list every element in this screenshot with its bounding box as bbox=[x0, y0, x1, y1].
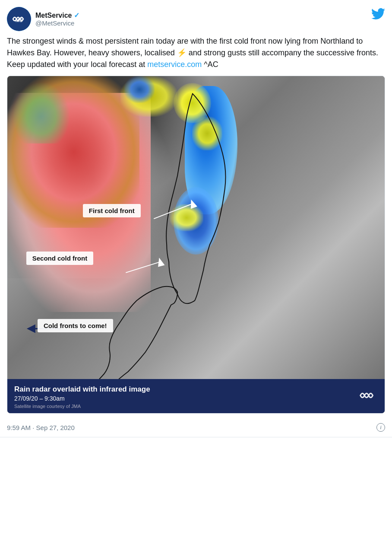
cold-fronts-coming-label: Cold fronts to come! bbox=[38, 319, 113, 332]
caption-text: Rain radar overlaid with infrared image … bbox=[14, 385, 150, 409]
metservice-link[interactable]: metservice.com bbox=[147, 60, 202, 69]
avatar[interactable]: MS bbox=[7, 7, 31, 31]
tweet-header: MS MetService ✓ @MetService bbox=[7, 7, 385, 31]
caption-title: Rain radar overlaid with infrared image bbox=[14, 385, 150, 394]
metservice-logo-caption bbox=[357, 385, 378, 409]
tweet-container: MS MetService ✓ @MetService The str bbox=[0, 0, 392, 437]
second-cold-front-label: Second cold front bbox=[26, 252, 94, 265]
display-name[interactable]: MetService ✓ bbox=[35, 11, 79, 19]
caption-date: 27/09/20 – 9:30am bbox=[14, 395, 150, 402]
satellite-background: First cold front Second cold front Cold … bbox=[7, 76, 385, 413]
tweet-header-left: MS MetService ✓ @MetService bbox=[7, 7, 79, 31]
radar-yellow-3 bbox=[170, 204, 204, 231]
account-info: MetService ✓ @MetService bbox=[35, 11, 79, 27]
username[interactable]: @MetService bbox=[35, 19, 79, 27]
tweet-timestamp: 9:59 AM · Sep 27, 2020 bbox=[7, 424, 75, 431]
caption-bar: Rain radar overlaid with infrared image … bbox=[7, 379, 385, 413]
radar-yellow-2 bbox=[192, 117, 222, 150]
tweet-footer: 9:59 AM · Sep 27, 2020 i bbox=[7, 419, 385, 437]
tweet-text: The strongest winds & most persistent ra… bbox=[7, 35, 385, 70]
info-icon[interactable]: i bbox=[376, 423, 385, 432]
verified-icon: ✓ bbox=[74, 11, 79, 19]
twitter-bird-icon[interactable] bbox=[371, 7, 385, 24]
ir-green-patch-layer bbox=[7, 76, 75, 143]
caption-source: Satellite image courtesy of JMA bbox=[14, 404, 150, 409]
radar-blue-south bbox=[124, 76, 155, 103]
first-cold-front-label: First cold front bbox=[83, 204, 141, 217]
satellite-image: First cold front Second cold front Cold … bbox=[7, 76, 385, 414]
